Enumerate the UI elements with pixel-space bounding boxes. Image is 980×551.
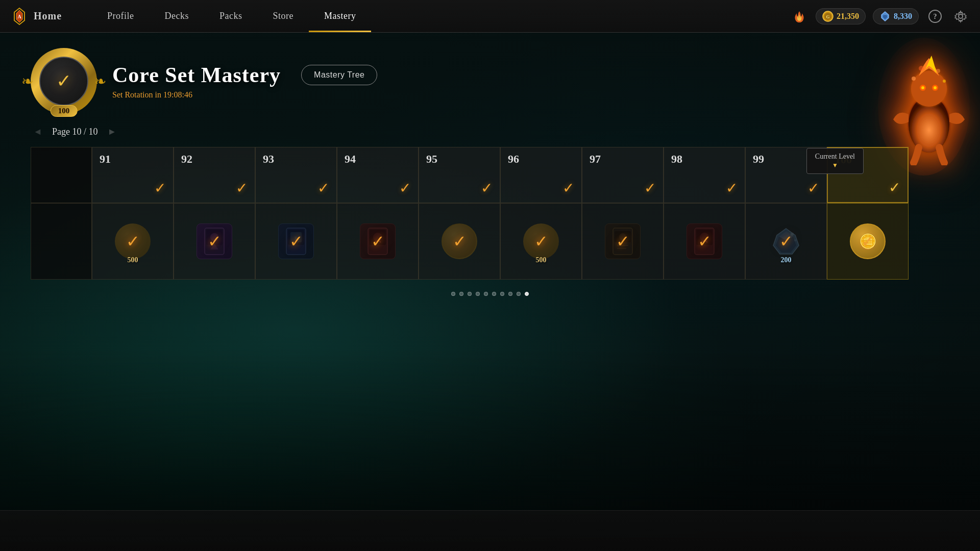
nav-tabs: Profile Decks Packs Store Mastery bbox=[82, 0, 790, 32]
badge-checkmark: ✓ bbox=[56, 70, 71, 92]
flame-icon bbox=[792, 9, 806, 23]
gold-amount: 21,350 bbox=[837, 12, 859, 21]
next-page-button[interactable]: ► bbox=[105, 124, 119, 139]
level-cell-97: 97 ✓ bbox=[582, 147, 664, 203]
reward-icon-98: ✓ bbox=[681, 218, 727, 264]
reward-cell-98[interactable]: ✓ bbox=[664, 203, 745, 280]
svg-text:G: G bbox=[826, 14, 829, 19]
mastery-header: ❧ ✓ ❧ 100 Core Set Mastery Mastery Tree … bbox=[0, 33, 980, 124]
level-check-92: ✓ bbox=[236, 180, 248, 196]
level-check-96: ✓ bbox=[562, 180, 574, 196]
reward-check-94: ✓ bbox=[371, 232, 385, 251]
badge-level-number: 100 bbox=[51, 105, 78, 117]
reward-check-91: ✓ bbox=[126, 232, 140, 251]
reward-cell-92[interactable]: ✓ bbox=[174, 203, 255, 280]
prev-page-button[interactable]: ◄ bbox=[31, 124, 45, 139]
reward-cell-100[interactable]: 🪙 ✓ bbox=[827, 203, 909, 280]
current-level-label: Current Level bbox=[815, 153, 855, 161]
page-dot-4[interactable] bbox=[476, 292, 480, 296]
page-dot-2[interactable] bbox=[459, 292, 463, 296]
page-dot-8[interactable] bbox=[508, 292, 512, 296]
badge-wing-right: ❧ bbox=[94, 73, 106, 90]
tab-decks[interactable]: Decks bbox=[150, 0, 204, 32]
reward-icon-97: ✓ bbox=[600, 218, 646, 264]
reward-check-92: ✓ bbox=[208, 232, 222, 251]
reward-cell-94[interactable]: ✓ bbox=[337, 203, 419, 280]
reward-check-96: ✓ bbox=[534, 232, 548, 251]
level-check-100: ✓ bbox=[889, 179, 900, 196]
page-dot-5[interactable] bbox=[484, 292, 488, 296]
level-cell-92: 92 ✓ bbox=[174, 147, 255, 203]
reward-icon-100: 🪙 ✓ bbox=[845, 218, 891, 264]
mastery-badge: ❧ ✓ ❧ 100 bbox=[31, 48, 97, 114]
reward-cell-91[interactable]: 500 ✓ bbox=[92, 203, 174, 280]
tab-packs[interactable]: Packs bbox=[204, 0, 258, 32]
reward-cell-96[interactable]: 500 ✓ bbox=[500, 203, 582, 280]
badge-wing-left: ❧ bbox=[21, 73, 33, 90]
reward-check-97: ✓ bbox=[616, 232, 630, 251]
level-cell-98: 98 ✓ bbox=[664, 147, 745, 203]
reward-icon-93: R ✓ bbox=[273, 218, 319, 264]
page-dot-1[interactable] bbox=[451, 292, 455, 296]
level-cell-empty bbox=[31, 147, 92, 203]
current-level-arrow: ▼ bbox=[815, 162, 855, 169]
level-cell-96: 96 ✓ bbox=[500, 147, 582, 203]
reward-check-98: ✓ bbox=[698, 232, 712, 251]
active-tab-indicator bbox=[309, 31, 371, 32]
navbar: A Home Profile Decks Packs Store Mastery bbox=[0, 0, 980, 33]
reward-cell-93[interactable]: R ✓ bbox=[255, 203, 337, 280]
level-cell-94: 94 ✓ bbox=[337, 147, 419, 203]
tab-store[interactable]: Store bbox=[257, 0, 309, 32]
tab-profile[interactable]: Profile bbox=[92, 0, 150, 32]
reward-icon-91: 500 ✓ bbox=[110, 218, 156, 264]
level-cell-93: 93 ✓ bbox=[255, 147, 337, 203]
reward-icon-96: 500 ✓ bbox=[518, 218, 564, 264]
level-check-98: ✓ bbox=[726, 180, 738, 196]
mastery-title: Core Set Mastery bbox=[112, 63, 281, 87]
settings-button[interactable] bbox=[951, 7, 970, 26]
level-cell-91: 91 ✓ bbox=[92, 147, 174, 203]
gem-icon bbox=[879, 11, 891, 22]
reward-cell-97[interactable]: ✓ bbox=[582, 203, 664, 280]
tab-mastery[interactable]: Mastery bbox=[309, 0, 371, 32]
reward-row: 500 ✓ ✓ bbox=[31, 203, 949, 280]
page-dot-9[interactable] bbox=[517, 292, 521, 296]
home-label[interactable]: Home bbox=[34, 10, 62, 22]
level-check-94: ✓ bbox=[399, 180, 411, 196]
nav-logo[interactable]: A Home bbox=[0, 7, 82, 26]
level-check-93: ✓ bbox=[317, 180, 329, 196]
pagination-dots bbox=[0, 280, 980, 308]
svg-text:?: ? bbox=[934, 13, 937, 20]
gold-currency[interactable]: G 21,350 bbox=[816, 8, 866, 24]
settings-icon bbox=[954, 10, 967, 23]
reward-cell-99[interactable]: 200 ✓ bbox=[745, 203, 827, 280]
reward-icon-94: ✓ bbox=[355, 218, 401, 264]
page-dot-7[interactable] bbox=[500, 292, 504, 296]
nav-wildcard-icon[interactable] bbox=[790, 7, 808, 26]
svg-point-44 bbox=[794, 239, 796, 241]
reward-check-95: ✓ bbox=[453, 232, 467, 251]
help-icon: ? bbox=[928, 9, 942, 23]
rotation-countdown: Set Rotation in 19:08:46 bbox=[112, 90, 377, 99]
mastery-title-area: Core Set Mastery Mastery Tree Set Rotati… bbox=[112, 63, 377, 99]
reward-amount-96: 500 bbox=[536, 256, 547, 264]
current-level-tooltip: Current Level ▼ bbox=[806, 148, 864, 174]
mtg-logo-icon: A bbox=[10, 7, 29, 26]
nav-right: G 21,350 8,330 ? bbox=[790, 7, 980, 26]
reward-cell-95[interactable]: ✓ bbox=[419, 203, 500, 280]
page-dot-6[interactable] bbox=[492, 292, 496, 296]
page-dot-10[interactable] bbox=[525, 292, 529, 296]
gems-currency[interactable]: 8,330 bbox=[873, 8, 919, 24]
help-button[interactable]: ? bbox=[926, 7, 944, 26]
page-navigation: ◄ Page 10 / 10 ► bbox=[0, 124, 980, 147]
reward-cell-empty bbox=[31, 203, 92, 280]
level-check-99: ✓ bbox=[807, 180, 819, 196]
bottom-bar bbox=[0, 510, 980, 551]
svg-point-13 bbox=[959, 14, 963, 18]
page-dot-3[interactable] bbox=[468, 292, 472, 296]
reward-check-93: ✓ bbox=[289, 232, 303, 251]
gems-amount: 8,330 bbox=[894, 12, 912, 21]
badge-outer-ring: ❧ ✓ ❧ bbox=[31, 48, 97, 114]
reward-icon-95: ✓ bbox=[436, 218, 482, 264]
mastery-tree-button[interactable]: Mastery Tree bbox=[301, 65, 377, 85]
